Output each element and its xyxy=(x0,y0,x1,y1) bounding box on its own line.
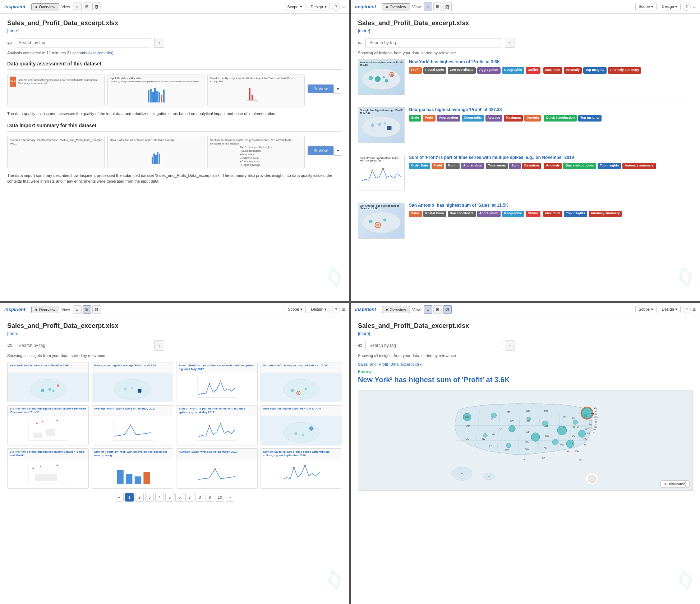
design-btn-q2[interactable]: Design ▾ xyxy=(659,3,681,10)
tag-dev-3[interactable]: Deviation xyxy=(522,163,541,169)
tag-georgia-2[interactable]: Georgia xyxy=(524,115,541,122)
grid-view-btn-q2[interactable]: ⊞ xyxy=(433,3,442,11)
overview-btn-q4[interactable]: ● Overview xyxy=(382,306,410,313)
dq-card-3[interactable]: Two data quality mitigations identified … xyxy=(207,74,305,106)
insight-title-1[interactable]: New York¹ has highest sum of 'Profit' at… xyxy=(409,59,693,64)
help-btn-q1[interactable]: ? xyxy=(332,3,340,11)
tag-top-4[interactable]: Top insights xyxy=(564,211,587,217)
list-view-btn-q2[interactable]: ≡ xyxy=(424,3,432,11)
upload-btn-q3[interactable]: ↑ xyxy=(154,340,164,351)
grid-card-12[interactable]: Sum of 'Sales' is part of time series wi… xyxy=(261,448,342,489)
tag-max-1[interactable]: Maximum xyxy=(543,67,563,74)
tag-qi-2[interactable]: Quick introduction xyxy=(544,115,577,122)
image-view-btn-q1[interactable]: 🖼 xyxy=(92,3,101,11)
breadcrumb-link-q4[interactable]: Sales_and_Profit_Data_excerpt.xlsx xyxy=(358,362,422,366)
grid-card-7[interactable]: Sum of 'Profit' is part of time series w… xyxy=(176,405,258,445)
tag-max-4[interactable]: Maximum xyxy=(543,211,563,217)
design-btn-q4[interactable]: Design ▾ xyxy=(659,306,681,313)
tag-geo-4[interactable]: Geo coordinate xyxy=(448,211,476,217)
import-card-3[interactable]: Section 24 'Column profile' insights dis… xyxy=(207,136,305,168)
more-link-q1[interactable]: [more] xyxy=(7,28,342,33)
upload-btn-q2[interactable]: ↑ xyxy=(505,38,515,48)
tag-top-1[interactable]: Top Insights xyxy=(583,67,607,74)
grid-view-btn-q1[interactable]: ⊞ xyxy=(83,3,91,11)
tag-geo-type-1[interactable]: Geographic xyxy=(502,67,524,74)
grid-card-6[interactable]: Average 'Profit' with a spike on January… xyxy=(92,405,173,445)
upload-btn-q4[interactable]: ↑ xyxy=(505,340,515,351)
menu-btn-q2[interactable]: ≡ xyxy=(693,4,696,10)
view-btn-2[interactable]: ⊕ View xyxy=(308,146,333,155)
grid-card-5[interactable]: Six line items stand out against seven c… xyxy=(7,405,89,445)
help-btn-q2[interactable]: ? xyxy=(683,3,691,11)
tag-state-2[interactable]: State xyxy=(409,115,421,122)
tag-as-4[interactable]: Anomaly summary xyxy=(589,211,622,217)
tag-postal-1[interactable]: Postal Code xyxy=(423,67,446,74)
remarks-link-q1[interactable]: (with remarks) xyxy=(88,51,114,55)
page-10-btn[interactable]: 10 xyxy=(216,493,224,502)
dq-card-1[interactable]: XLS Input file was successfully processe… xyxy=(7,74,105,106)
import-card-1[interactable]: Executive Summary: Contract between 'Sal… xyxy=(7,136,105,168)
next-page-btn[interactable]: » xyxy=(226,493,234,502)
page-1-btn[interactable]: 1 xyxy=(125,493,134,502)
insight-thumb-3[interactable]: Sum of 'Profit' is part of time series w… xyxy=(358,155,405,191)
search-input-q1[interactable] xyxy=(15,38,151,47)
search-input-q3[interactable] xyxy=(15,341,151,350)
search-input-q4[interactable] xyxy=(365,341,502,350)
grid-view-btn-q4[interactable]: ⊞ xyxy=(433,305,442,314)
image-view-btn-q2[interactable]: 🖼 xyxy=(443,3,452,11)
page-9-btn[interactable]: 9 xyxy=(206,493,214,502)
tag-top-3[interactable]: Top insights xyxy=(598,163,621,169)
design-btn-q1[interactable]: Design ▾ xyxy=(308,3,330,10)
tag-top-2[interactable]: Top insights xyxy=(578,115,602,122)
tag-anom-sum-1[interactable]: Anomaly summary xyxy=(608,67,641,74)
overview-btn-q1[interactable]: ● Overview xyxy=(31,3,60,10)
scope-btn-q3[interactable]: Scope ▾ xyxy=(285,306,305,313)
help-btn-q4[interactable]: ? xyxy=(683,306,691,314)
tag-month-3[interactable]: Month xyxy=(446,163,460,169)
view-btn-1[interactable]: ⊕ View xyxy=(308,84,333,93)
list-view-btn-q1[interactable]: ≡ xyxy=(73,3,82,11)
overview-btn-q3[interactable]: ● Overview xyxy=(31,306,60,313)
tag-geog-4[interactable]: Geographic xyxy=(502,211,524,217)
scope-btn-q4[interactable]: Scope ▾ xyxy=(635,306,656,313)
grid-card-10[interactable]: Sum of 'Profit' by 'Year' with an overal… xyxy=(92,448,173,489)
page-4-btn[interactable]: 4 xyxy=(155,493,164,502)
insight-thumb-1[interactable]: New York¹ has highest sum of Profit at 3… xyxy=(358,59,405,95)
prev-page-btn[interactable]: « xyxy=(115,493,124,502)
tag-out-4[interactable]: Outlier xyxy=(526,211,540,217)
tag-max-2[interactable]: Maximum xyxy=(504,115,523,122)
view-dropdown-2[interactable]: ▾ xyxy=(333,146,342,156)
grid-card-4[interactable]: San Antonio¹ has highest sum of Sales at… xyxy=(261,362,342,402)
tag-anomaly-1[interactable]: Anomaly xyxy=(564,67,582,74)
overview-btn-q2[interactable]: ● Overview xyxy=(382,3,410,10)
menu-btn-q1[interactable]: ≡ xyxy=(342,4,345,10)
grid-card-1[interactable]: New York¹ has highest sum of Profit at 3… xyxy=(7,362,89,402)
menu-btn-q4[interactable]: ≡ xyxy=(693,307,696,312)
scope-btn-q2[interactable]: Scope ▾ xyxy=(635,3,656,10)
more-link-q4[interactable]: [more] xyxy=(358,331,693,336)
insight-title-3[interactable]: Sum of 'Profit' is part of time series w… xyxy=(409,155,693,160)
search-input-q2[interactable] xyxy=(365,38,502,47)
tag-sum-3[interactable]: Sum xyxy=(509,163,521,169)
tag-profit-3[interactable]: Profit xyxy=(432,163,445,169)
help-btn-q3[interactable]: ? xyxy=(332,306,340,314)
tag-geo-2[interactable]: Geographic xyxy=(462,115,484,122)
import-card-2[interactable]: Data profile for table 'Sales and Profit… xyxy=(107,136,205,168)
insight-thumb-4[interactable]: San Antonio¹ has highest sum of 'Sales' … xyxy=(358,203,405,239)
page-2-btn[interactable]: 2 xyxy=(135,493,144,502)
tag-postal-4[interactable]: Postal Code xyxy=(423,211,446,217)
view-dropdown-1[interactable]: ▾ xyxy=(333,84,342,94)
scope-btn-q1[interactable]: Scope ▾ xyxy=(284,3,305,10)
upload-btn-q1[interactable]: ↑ xyxy=(154,38,164,48)
insight-title-4[interactable]: San Antonio¹ has highest sum of 'Sales' … xyxy=(409,203,693,208)
tag-agg-2[interactable]: Aggregation xyxy=(437,115,460,122)
tag-profit-2[interactable]: Profit xyxy=(423,115,436,122)
grid-card-2[interactable]: Georgia has highest average 'Profit' at … xyxy=(92,362,173,402)
tag-as-3[interactable]: Anomaly summary xyxy=(622,163,656,169)
more-link-q2[interactable]: [more] xyxy=(358,28,693,33)
tag-geo-1[interactable]: Geo coordinate xyxy=(448,67,476,74)
tag-sales-4[interactable]: Sales xyxy=(409,211,422,217)
menu-btn-q3[interactable]: ≡ xyxy=(342,307,345,312)
design-btn-q3[interactable]: Design ▾ xyxy=(308,306,330,313)
page-6-btn[interactable]: 6 xyxy=(175,493,184,502)
